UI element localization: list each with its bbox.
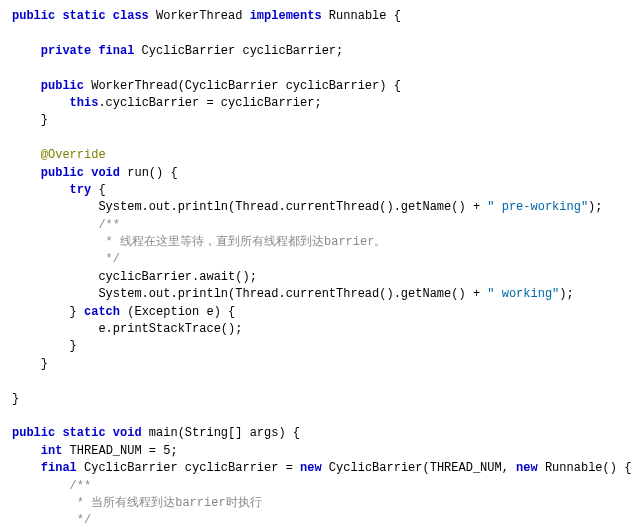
code-token: this — [12, 96, 98, 110]
code-token: int — [12, 444, 62, 458]
code-token: ); — [559, 287, 573, 301]
code-token: ); — [588, 200, 602, 214]
code-token: WorkerThread — [149, 9, 250, 23]
code-token: } — [12, 113, 48, 127]
code-token: * 当所有线程到达barrier时执行 — [12, 496, 262, 510]
code-token: } — [12, 305, 84, 319]
code-token: final — [12, 461, 77, 475]
code-token: catch — [84, 305, 120, 319]
code-token: THREAD_NUM = 5; — [62, 444, 177, 458]
code-block: public static class WorkerThread impleme… — [12, 8, 628, 526]
code-token: public void — [12, 166, 120, 180]
code-token: @Override — [12, 148, 106, 162]
code-token: WorkerThread(CyclicBarrier cyclicBarrier… — [84, 79, 401, 93]
code-token: Runnable { — [322, 9, 401, 23]
code-token: CyclicBarrier cyclicBarrier; — [134, 44, 343, 58]
code-token: public static class — [12, 9, 149, 23]
code-token: } — [12, 339, 77, 353]
code-token: */ — [12, 252, 120, 266]
code-token: implements — [250, 9, 322, 23]
code-token: * 线程在这里等待，直到所有线程都到达barrier。 — [12, 235, 386, 249]
code-token: run() { — [120, 166, 178, 180]
code-token: public static void — [12, 426, 142, 440]
code-token: private final — [12, 44, 134, 58]
code-token: " pre-working" — [487, 200, 588, 214]
code-token: try — [12, 183, 91, 197]
code-token: System.out.println(Thread.currentThread(… — [12, 200, 487, 214]
code-token: cyclicBarrier.await(); — [12, 270, 257, 284]
code-token: /** — [12, 218, 120, 232]
code-token: main(String[] args) { — [142, 426, 300, 440]
code-token: e.printStackTrace(); — [12, 322, 242, 336]
code-token: CyclicBarrier(THREAD_NUM, — [322, 461, 516, 475]
code-token: CyclicBarrier cyclicBarrier = — [77, 461, 300, 475]
code-token: System.out.println(Thread.currentThread(… — [12, 287, 487, 301]
code-token: */ — [12, 513, 91, 526]
code-token: .cyclicBarrier = cyclicBarrier; — [98, 96, 321, 110]
code-token: new — [516, 461, 538, 475]
code-token: } — [12, 392, 19, 406]
code-token: } — [12, 357, 48, 371]
code-token: /** — [12, 479, 91, 493]
code-token: new — [300, 461, 322, 475]
code-token: { — [91, 183, 105, 197]
code-token: " working" — [487, 287, 559, 301]
code-token: (Exception e) { — [120, 305, 235, 319]
code-token: Runnable() { — [538, 461, 632, 475]
code-token: public — [12, 79, 84, 93]
